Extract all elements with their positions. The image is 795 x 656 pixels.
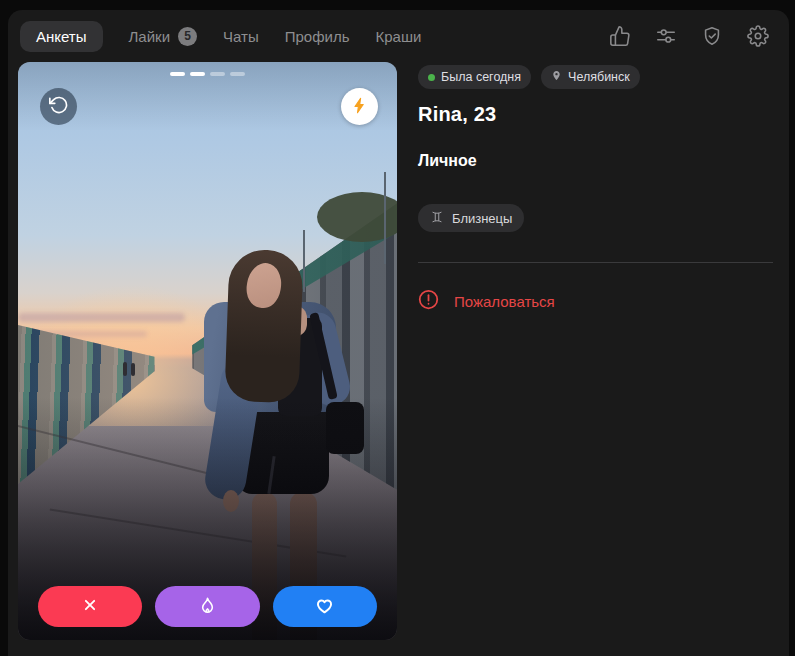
photo-vignette-overlay — [18, 62, 397, 640]
profile-details: Была сегодня Челябинск Rina, 23 Личное Б… — [418, 60, 773, 313]
nav-icon-group — [609, 25, 769, 47]
city-label: Челябинск — [568, 70, 630, 84]
profile-name-age: Rina, 23 — [418, 103, 773, 126]
divider — [418, 262, 773, 263]
location-pin-icon — [551, 69, 562, 85]
zodiac-label: Близнецы — [452, 211, 512, 226]
rotate-ccw-icon — [49, 95, 69, 118]
shield-check-icon[interactable] — [701, 25, 723, 47]
photo-carousel-indicators[interactable] — [18, 72, 397, 76]
indicator-dash — [210, 72, 225, 76]
nav-tabs: Анкеты Лайки 5 Чаты Профиль Краши — [20, 21, 421, 52]
report-link[interactable]: Пожаловаться — [418, 289, 773, 313]
main-panel: Анкеты Лайки 5 Чаты Профиль Краши — [8, 10, 789, 656]
like-icon[interactable] — [609, 25, 631, 47]
online-dot-icon — [428, 74, 435, 81]
tab-likes-label: Лайки — [129, 28, 171, 45]
last-seen-label: Была сегодня — [441, 70, 521, 84]
undo-rotate-button[interactable] — [40, 88, 77, 125]
settings-gear-icon[interactable] — [747, 25, 769, 47]
likes-count-badge: 5 — [178, 27, 197, 46]
warning-circle-icon — [418, 289, 439, 313]
status-chips-row: Была сегодня Челябинск — [418, 65, 773, 89]
boost-lightning-icon — [350, 96, 369, 118]
indicator-dash — [170, 72, 185, 76]
swipe-action-bar — [38, 586, 377, 627]
last-seen-badge: Была сегодня — [418, 65, 531, 89]
dislike-button[interactable] — [38, 586, 142, 627]
boost-button[interactable] — [341, 88, 378, 125]
indicator-dash — [190, 72, 205, 76]
tab-profile[interactable]: Профиль — [285, 28, 350, 45]
filters-icon[interactable] — [655, 25, 677, 47]
top-nav: Анкеты Лайки 5 Чаты Профиль Краши — [8, 10, 789, 62]
indicator-dash — [230, 72, 245, 76]
tab-ankety[interactable]: Анкеты — [20, 21, 103, 52]
close-x-icon — [80, 595, 100, 618]
report-label: Пожаловаться — [454, 293, 555, 310]
gemini-zodiac-icon — [430, 210, 444, 227]
tab-likes[interactable]: Лайки 5 — [129, 27, 198, 46]
zodiac-tag-chip: Близнецы — [418, 204, 524, 232]
superlike-button[interactable] — [155, 586, 259, 627]
dating-app-window: Анкеты Лайки 5 Чаты Профиль Краши — [0, 0, 795, 656]
heart-icon — [314, 595, 335, 619]
city-badge: Челябинск — [541, 65, 640, 89]
tab-chats[interactable]: Чаты — [223, 28, 259, 45]
section-title-personal: Личное — [418, 152, 773, 170]
profile-photo-card[interactable] — [18, 62, 397, 640]
tab-crushes[interactable]: Краши — [375, 28, 421, 45]
like-button[interactable] — [273, 586, 377, 627]
flame-icon — [197, 595, 218, 619]
